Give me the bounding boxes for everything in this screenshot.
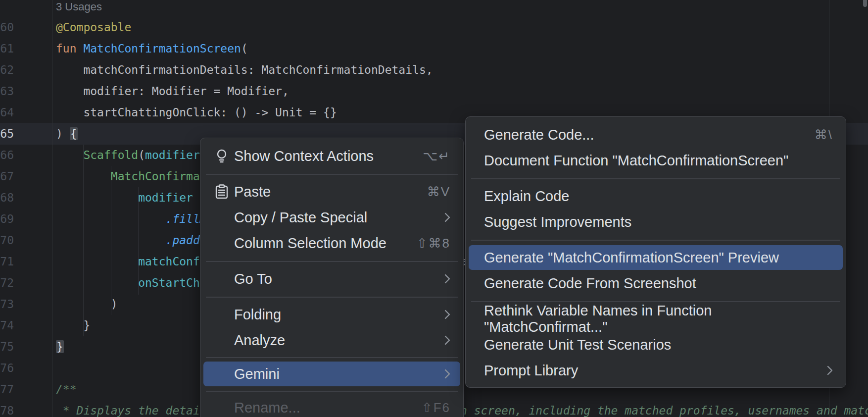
line-number-70: 70 [0,230,14,251]
code-line-77[interactable]: /** [56,379,77,400]
menu-item-shortcut: ⌥↵ [423,149,450,164]
code-token [56,149,83,161]
submenu-chevron-icon [444,369,450,379]
code-line-75[interactable]: } [56,336,64,358]
menu-item-shortcut: ⇧F6 [422,400,450,416]
menu-item-shortcut: ⌘\ [815,127,833,143]
line-number-60: 60 [0,17,14,38]
code-token [56,191,138,204]
menu-item-shortcut: ⌘V [427,184,450,200]
code-line-63[interactable]: modifier: Modifier = Modifier, [56,81,289,102]
code-token: fun [56,42,83,55]
code-line-64[interactable]: startChattingOnClick: () -> Unit = {} [56,102,337,123]
code-line-61[interactable]: fun MatchConfirmationScreen( [56,38,248,59]
menu-item-label: Prompt Library [484,363,578,379]
code-token: { [70,127,78,140]
code-token: } [56,319,90,332]
menu-item-copy-paste-special[interactable]: Copy / Paste Special [200,205,463,230]
line-number-66: 66 [0,145,14,166]
line-number-61: 61 [0,38,14,59]
menu-separator [200,256,463,266]
menu-item-label: Folding [234,307,281,323]
line-number-64: 64 [0,102,14,123]
menu-item-show-context-actions[interactable]: Show Context Actions⌥↵ [200,143,463,169]
line-number-69: 69 [0,208,14,230]
submenu-chevron-icon [827,365,833,375]
scrollbar-thumb[interactable] [863,0,867,7]
menu-item-generate-matchconfirmationscreen-preview[interactable]: Generate "MatchConfirmationScreen" Previ… [466,245,846,270]
menu-item-rethink-variable-names-in-function-match[interactable]: Rethink Variable Names in Function "Matc… [466,306,846,332]
line-number-73: 73 [0,294,14,315]
menu-separator [200,169,463,179]
code-token: Scaffold [83,149,138,161]
menu-item-go-to[interactable]: Go To [200,266,463,292]
submenu-chevron-icon [444,335,450,345]
menu-item-generate-code-from-screenshot[interactable]: Generate Code From Screenshot [466,270,846,296]
code-token: } [56,340,64,353]
code-token: modifier: Modifier = Modifier, [56,85,289,98]
menu-item-label: Column Selection Mode [234,235,386,252]
menu-separator [200,353,463,361]
menu-item-label: Generate "MatchConfirmationScreen" Previ… [484,250,779,266]
menu-item-explain-code[interactable]: Explain Code [466,183,846,209]
menu-item-label: Copy / Paste Special [234,209,367,226]
code-token: ) [56,127,70,140]
submenu-chevron-icon [444,212,450,222]
usages-code-vision-hint[interactable]: 3 Usages [56,0,102,17]
menu-item-analyze[interactable]: Analyze [200,327,463,353]
code-token: MatchConfirmationScreen [83,42,241,55]
menu-item-generate-code[interactable]: Generate Code...⌘\ [466,122,846,148]
lightbulb-icon [214,149,229,163]
code-line-73[interactable]: ) [56,294,118,315]
line-number-65: 65 [0,123,14,145]
line-number-71: 71 [0,251,14,272]
menu-item-suggest-improvements[interactable]: Suggest Improvements [466,209,846,235]
menu-item-folding[interactable]: Folding [200,302,463,327]
code-token: /** [56,383,77,396]
gutter-border [52,0,52,417]
menu-item-gemini[interactable]: Gemini [200,361,463,387]
menu-item-label: Rethink Variable Names in Function "Matc… [484,303,833,335]
menu-item-label: Generate Unit Test Scenarios [484,337,671,353]
line-number-77: 77 [0,379,14,400]
menu-item-generate-unit-test-scenarios[interactable]: Generate Unit Test Scenarios [466,332,846,358]
line-number-72: 72 [0,272,14,294]
menu-item-document-function-matchconfirmationscree[interactable]: Document Function "MatchConfirmationScre… [466,148,846,173]
menu-separator [200,292,463,302]
menu-separator [466,173,846,183]
menu-item-label: Paste [234,184,271,200]
submenu-chevron-icon [444,274,450,284]
menu-item-label: Rename... [234,400,300,416]
code-token [56,255,138,268]
code-token [56,276,138,289]
code-line-74[interactable]: } [56,315,90,336]
code-token: matchConfirmationDetails: MatchConfirmat… [56,63,433,76]
code-line-62[interactable]: matchConfirmationDetails: MatchConfirmat… [56,59,433,81]
line-number-67: 67 [0,166,14,187]
editor-context-menu: Show Context Actions⌥↵Paste⌘VCopy / Past… [200,138,464,417]
code-token [56,234,166,247]
menu-item-column-selection-mode[interactable]: Column Selection Mode⇧⌘8 [200,230,463,256]
line-number-68: 68 [0,187,14,208]
menu-item-label: Generate Code From Screenshot [484,275,696,292]
menu-item-label: Go To [234,271,272,287]
menu-item-label: Generate Code... [484,127,594,143]
line-number-63: 63 [0,81,14,102]
line-number-76: 76 [0,358,14,379]
code-token: startChattingOnClick: () -> Unit = {} [56,106,337,119]
menu-item-prompt-library[interactable]: Prompt Library [466,358,846,383]
line-number-74: 74 [0,315,14,336]
line-number-75: 75 [0,336,14,358]
code-token: ( [138,149,145,161]
menu-item-rename: Rename...⇧F6 [200,395,463,417]
code-token: @Composable [56,21,131,34]
code-token: ) [56,298,118,311]
menu-item-label: Document Function "MatchConfirmationScre… [484,153,788,169]
code-line-65[interactable]: ) { [56,123,78,145]
menu-item-shortcut: ⇧⌘8 [417,236,450,251]
line-number-78: 78 [0,400,14,417]
code-line-60[interactable]: @Composable [56,17,131,38]
submenu-chevron-icon [444,310,450,319]
menu-item-label: Suggest Improvements [484,214,631,230]
menu-item-paste[interactable]: Paste⌘V [200,179,463,205]
